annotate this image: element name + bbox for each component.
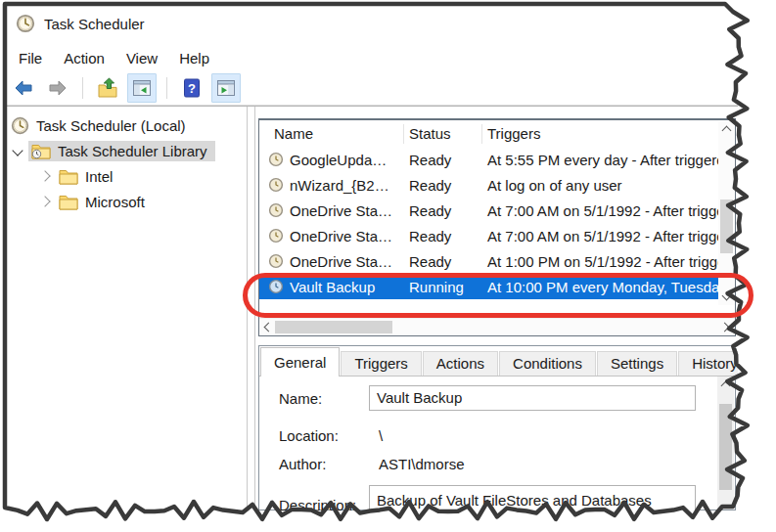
task-row-selected-vault-backup[interactable]: Vault Backup Running At 10:00 PM every M…: [259, 274, 718, 299]
task-clock-icon: [268, 253, 284, 269]
task-name: OneDrive Sta…: [290, 202, 392, 219]
tree-item-microsoft[interactable]: Microsoft: [3, 189, 247, 214]
window-title: Task Scheduler: [44, 16, 145, 32]
menu-view[interactable]: View: [115, 47, 168, 69]
name-field-label: Name:: [279, 390, 369, 407]
task-name: OneDrive Sta…: [290, 253, 392, 270]
task-clock-icon: [268, 228, 284, 244]
task-row[interactable]: GoogleUpda… Ready At 5:55 PM every day -…: [259, 147, 718, 172]
tab-triggers[interactable]: Triggers: [341, 351, 421, 376]
clock-app-icon: [16, 14, 35, 33]
description-field-label: Description:: [279, 497, 369, 511]
general-tab-content: Name: Vault Backup Location: \ Author: A…: [259, 377, 735, 510]
folder-icon: [59, 194, 78, 210]
console-tree-toggle-icon: [131, 77, 153, 99]
task-name: nWizard_{B2…: [290, 177, 389, 194]
title-bar[interactable]: Task Scheduler: [3, 3, 738, 44]
scroll-up-button[interactable]: [717, 377, 733, 392]
chevron-left-icon: [264, 323, 274, 332]
scroll-up-button[interactable]: [718, 121, 734, 137]
task-status: Running: [404, 279, 482, 295]
chevron-right-icon[interactable]: [39, 196, 50, 206]
scrollbar-thumb[interactable]: [719, 404, 732, 490]
author-field-label: Author:: [279, 456, 369, 472]
folder-clock-icon: [31, 143, 51, 159]
task-row[interactable]: OneDrive Sta… Ready At 7:00 AM on 5/1/19…: [259, 223, 718, 248]
chevron-right-icon[interactable]: [39, 170, 50, 181]
name-field[interactable]: Vault Backup: [369, 385, 696, 411]
column-header-name[interactable]: Name: [259, 124, 404, 144]
chevron-up-icon: [721, 126, 731, 136]
action-pane-toggle-button[interactable]: [211, 73, 241, 103]
console-tree-toggle-button[interactable]: [127, 73, 157, 103]
menu-file[interactable]: File: [8, 47, 53, 69]
tree-item-row: Microsoft: [56, 192, 153, 212]
up-level-button[interactable]: [93, 73, 122, 103]
tree-root-task-scheduler-local[interactable]: Task Scheduler (Local): [3, 112, 247, 138]
tab-history[interactable]: History: [678, 351, 738, 376]
scroll-left-button[interactable]: [259, 320, 275, 335]
up-level-icon: [97, 77, 118, 99]
help-icon: ?: [181, 77, 203, 99]
task-triggers: At 5:55 PM every day - After triggere: [482, 152, 718, 168]
task-scheduler-window: Task Scheduler File Action View Help ?: [3, 3, 738, 510]
task-details-pane: General Triggers Actions Conditions Sett…: [258, 345, 736, 510]
help-button[interactable]: ?: [177, 73, 206, 103]
task-status: Ready: [404, 228, 482, 244]
task-status: Ready: [404, 152, 482, 168]
tree-item-row: Intel: [56, 166, 120, 187]
forward-icon: [47, 77, 68, 99]
task-clock-icon: [268, 152, 284, 167]
details-tabs: General Triggers Actions Conditions Sett…: [259, 346, 735, 377]
task-status: Ready: [404, 253, 482, 270]
task-status: Ready: [404, 202, 482, 219]
menu-action[interactable]: Action: [53, 47, 115, 69]
task-row[interactable]: OneDrive Sta… Ready At 1:00 PM on 5/1/19…: [259, 248, 718, 274]
chevron-down-icon[interactable]: [12, 145, 23, 155]
details-vertical-scrollbar[interactable]: [717, 377, 734, 510]
task-clock-icon: [268, 177, 284, 193]
task-clock-icon: [268, 279, 284, 294]
location-field-label: Location:: [279, 427, 369, 444]
tab-actions[interactable]: Actions: [423, 351, 498, 376]
forward-button[interactable]: [43, 73, 72, 103]
task-triggers: At 10:00 PM every Monday, Tuesday: [482, 279, 718, 295]
chevron-down-icon: [721, 291, 731, 301]
column-header-triggers[interactable]: Triggers: [482, 124, 718, 144]
scroll-right-button[interactable]: [718, 320, 734, 335]
column-header-status[interactable]: Status: [404, 124, 482, 144]
folder-icon: [59, 168, 78, 185]
task-name: GoogleUpda…: [290, 152, 387, 168]
task-row[interactable]: nWizard_{B2… Ready At log on of any user: [259, 172, 718, 198]
tab-general[interactable]: General: [260, 347, 340, 377]
task-triggers: At log on of any user: [482, 177, 718, 194]
scroll-down-button[interactable]: [718, 289, 734, 305]
tree-item-task-scheduler-library[interactable]: Task Scheduler Library: [3, 138, 247, 163]
main-pane: Name Status Triggers GoogleUpda… Ready A…: [255, 107, 738, 510]
task-triggers: At 7:00 AM on 5/1/1992 - After trigge: [482, 228, 718, 244]
tab-settings[interactable]: Settings: [597, 351, 677, 376]
back-icon: [13, 77, 34, 99]
scrollbar-thumb[interactable]: [275, 321, 392, 333]
window-body: Task Scheduler (Local) Task Scheduler Li…: [3, 106, 738, 510]
task-name: OneDrive Sta…: [290, 228, 392, 244]
menu-help[interactable]: Help: [168, 47, 220, 69]
tab-conditions[interactable]: Conditions: [499, 351, 596, 376]
menu-bar: File Action View Help: [3, 44, 738, 71]
task-clock-icon: [268, 202, 284, 218]
tree-item-intel[interactable]: Intel: [3, 163, 247, 189]
console-tree-pane: Task Scheduler (Local) Task Scheduler Li…: [3, 107, 247, 510]
chevron-right-icon: [720, 323, 730, 332]
back-button[interactable]: [9, 73, 38, 103]
task-list-horizontal-scrollbar[interactable]: [259, 318, 735, 335]
tree-root-label: Task Scheduler (Local): [36, 117, 186, 134]
action-pane-toggle-icon: [215, 77, 237, 99]
description-field[interactable]: Backup of Vault FileStores and Databases: [369, 485, 696, 510]
task-list-vertical-scrollbar[interactable]: [718, 121, 735, 305]
tree-item-label: Microsoft: [85, 194, 145, 210]
tree-selection-highlight: Task Scheduler Library: [28, 141, 215, 161]
scrollbar-thumb[interactable]: [720, 200, 733, 253]
pane-splitter[interactable]: [247, 107, 255, 510]
task-list-content: Name Status Triggers GoogleUpda… Ready A…: [259, 120, 718, 319]
task-row[interactable]: OneDrive Sta… Ready At 7:00 AM on 5/1/19…: [259, 198, 718, 223]
